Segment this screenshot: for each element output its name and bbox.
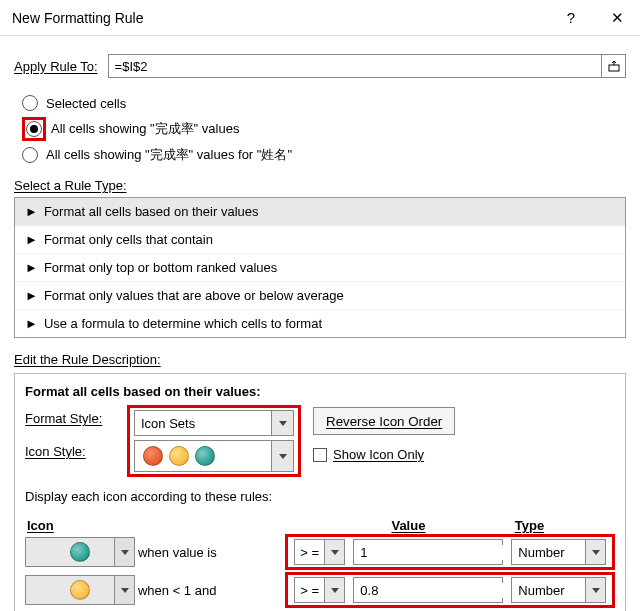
icon-style-select[interactable] [134,440,294,472]
rule-operator-select[interactable]: > = [294,539,345,565]
chevron-down-icon [271,441,293,471]
radio-all-showing-values-for-label: All cells showing "完成率" values for "姓名" [46,146,292,164]
arrow-icon: ► [25,288,38,303]
apply-scope-radios: Selected cells All cells showing "完成率" v… [22,90,626,168]
radio-all-showing-values-for[interactable] [22,147,38,163]
dot-green-icon [195,446,215,466]
dot-yellow-icon [70,580,90,600]
select-rule-type-label: Select a Rule Type: [14,178,626,193]
titlebar: New Formatting Rule ? ✕ [0,0,640,36]
radio-selected-cells-label: Selected cells [46,96,126,111]
icon-style-label: Icon Style: [25,436,115,459]
rule-type-item[interactable]: ►Format only values that are above or be… [15,282,625,310]
range-picker-icon[interactable] [602,54,626,78]
rule-value-input[interactable] [354,583,534,598]
rule-condition-text: when < 1 and [138,583,285,598]
edit-rule-description-label: Edit the Rule Description: [14,352,626,367]
reverse-icon-order-button[interactable]: Reverse Icon Order [313,407,455,435]
apply-rule-to-input[interactable] [108,54,602,78]
display-rules-label: Display each icon according to these rul… [25,489,615,504]
dot-green-icon [70,542,90,562]
dot-yellow-icon [169,446,189,466]
format-style-label: Format Style: [25,405,115,426]
col-type-header: Type [507,518,615,533]
rule-type-item[interactable]: ►Format only top or bottom ranked values [15,254,625,282]
chevron-down-icon [114,538,134,566]
arrow-icon: ► [25,260,38,275]
chevron-down-icon [324,540,344,564]
rule-type-select[interactable]: Number [511,539,606,565]
show-icon-only-checkbox[interactable] [313,448,327,462]
rule-type-item[interactable]: ►Use a formula to determine which cells … [15,310,625,337]
chevron-down-icon [585,578,605,602]
rule-operator-select[interactable]: > = [294,577,345,603]
rule-type-list[interactable]: ►Format all cells based on their values … [14,197,626,338]
rule-condition-text: when value is [138,545,285,560]
radio-selected-cells[interactable] [22,95,38,111]
radio-all-showing-values[interactable] [26,121,42,137]
chevron-down-icon [114,576,134,604]
apply-rule-to-label: Apply Rule To: [14,59,98,74]
chevron-down-icon [585,540,605,564]
chevron-down-icon [324,578,344,602]
rule-icon-select[interactable] [25,575,135,605]
rule-type-item[interactable]: ►Format only cells that contain [15,226,625,254]
chevron-down-icon [271,411,293,435]
window-title: New Formatting Rule [12,10,548,26]
radio-all-showing-values-label: All cells showing "完成率" values [51,120,239,138]
arrow-icon: ► [25,232,38,247]
rule-type-select[interactable]: Number [511,577,606,603]
close-button[interactable]: ✕ [594,0,640,36]
help-button[interactable]: ? [548,0,594,36]
col-icon-header: Icon [25,518,310,533]
rule-value-input[interactable] [354,545,534,560]
rule-type-item[interactable]: ►Format all cells based on their values [15,198,625,226]
arrow-icon: ► [25,316,38,331]
rule-icon-select[interactable] [25,537,135,567]
dot-red-icon [143,446,163,466]
format-heading: Format all cells based on their values: [25,384,615,399]
svg-rect-0 [609,65,619,71]
col-value-header: Value [310,518,507,533]
show-icon-only-label: Show Icon Only [333,447,424,462]
format-style-select[interactable]: Icon Sets [134,410,294,436]
arrow-icon: ► [25,204,38,219]
